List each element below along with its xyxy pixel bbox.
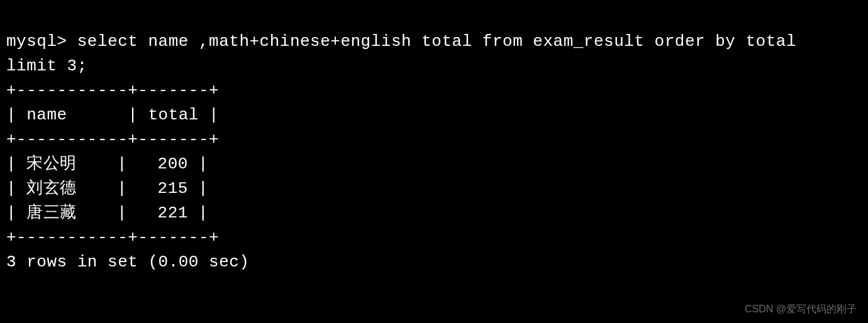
terminal-output[interactable]: mysql> select name ,math+chinese+english… (6, 5, 862, 275)
table-border-mid: +-----------+-------+ (6, 130, 219, 149)
table-border-top: +-----------+-------+ (6, 81, 219, 100)
watermark: CSDN @爱写代码的刚子 (745, 302, 857, 317)
table-row: | 刘玄德 | 215 | (6, 179, 208, 198)
query-line: mysql> select name ,math+chinese+english… (6, 32, 816, 75)
table-row: | 唐三藏 | 221 | (6, 204, 208, 222)
mysql-prompt: mysql> (6, 32, 67, 51)
table-header-row: | name | total | (6, 106, 219, 124)
table-border-bottom: +-----------+-------+ (6, 228, 219, 247)
table-row: | 宋公明 | 200 | (6, 155, 208, 173)
sql-query: select name ,math+chinese+english total … (6, 32, 816, 75)
result-summary: 3 rows in set (0.00 sec) (6, 253, 249, 271)
